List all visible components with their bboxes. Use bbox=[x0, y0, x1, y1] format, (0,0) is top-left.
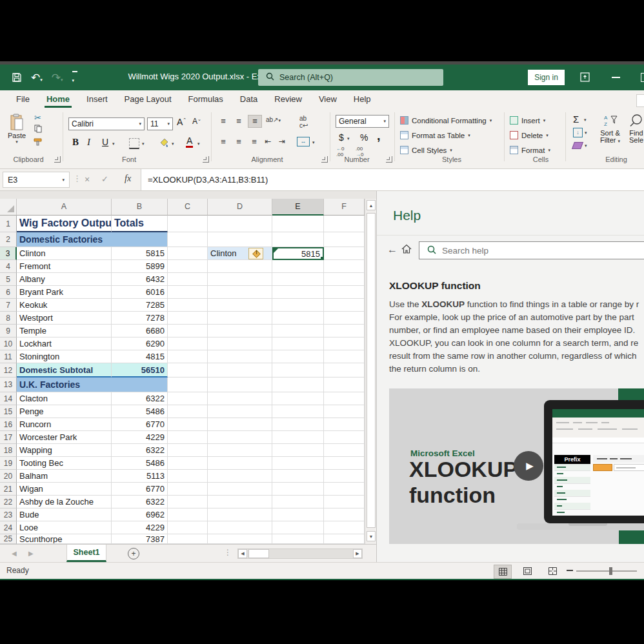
cell[interactable] bbox=[168, 470, 208, 483]
cell[interactable] bbox=[208, 337, 272, 350]
alignment-dialog-launcher[interactable] bbox=[321, 156, 328, 163]
vertical-scroll-thumb[interactable] bbox=[367, 213, 376, 528]
font-color-icon[interactable]: A bbox=[186, 136, 193, 148]
cell[interactable]: Wigan bbox=[17, 483, 112, 496]
font-dialog-launcher[interactable] bbox=[203, 156, 209, 163]
cell[interactable] bbox=[324, 521, 365, 534]
cell[interactable]: Wapping bbox=[17, 444, 112, 457]
cell[interactable] bbox=[324, 496, 365, 508]
row-header-5[interactable]: 5 bbox=[0, 273, 17, 286]
normal-view-button[interactable] bbox=[494, 565, 512, 579]
column-header-b[interactable]: B bbox=[112, 199, 168, 216]
row-header-3[interactable]: 3 bbox=[0, 247, 17, 260]
cell[interactable] bbox=[168, 457, 208, 470]
cell[interactable] bbox=[324, 405, 365, 418]
currency-chevron-icon[interactable]: ▾ bbox=[347, 136, 350, 141]
decrease-indent-icon[interactable]: ⇤ bbox=[265, 137, 271, 146]
cell[interactable] bbox=[272, 350, 324, 363]
cell[interactable] bbox=[208, 405, 272, 418]
number-dialog-launcher[interactable] bbox=[386, 156, 392, 163]
cell[interactable] bbox=[168, 431, 208, 444]
cell[interactable] bbox=[208, 325, 272, 337]
maximize-button[interactable] bbox=[641, 73, 644, 82]
cell[interactable]: Fremont bbox=[17, 260, 112, 273]
cell[interactable] bbox=[324, 470, 365, 483]
cell[interactable] bbox=[272, 273, 324, 286]
cell[interactable]: Temple bbox=[17, 325, 112, 337]
cell[interactable] bbox=[272, 496, 324, 508]
row-header-22[interactable]: 22 bbox=[0, 496, 17, 508]
column-header-d[interactable]: D bbox=[208, 199, 272, 216]
align-bottom-icon[interactable]: ≡ bbox=[248, 115, 262, 128]
cell[interactable] bbox=[324, 260, 365, 273]
cell[interactable]: 6290 bbox=[112, 337, 168, 350]
cell[interactable] bbox=[208, 312, 272, 325]
row-header-6[interactable]: 6 bbox=[0, 286, 17, 299]
cell[interactable] bbox=[324, 286, 365, 299]
cell[interactable] bbox=[168, 325, 208, 337]
ribbon-display-options-icon[interactable] bbox=[580, 72, 590, 85]
cell[interactable] bbox=[208, 418, 272, 431]
cell[interactable] bbox=[324, 337, 365, 350]
cell[interactable]: 4229 bbox=[112, 431, 168, 444]
cell[interactable]: Wig Factory Output bbox=[17, 216, 112, 232]
enter-icon[interactable]: ✓ bbox=[101, 174, 108, 184]
zoom-out-icon[interactable] bbox=[567, 570, 573, 571]
bold-button[interactable]: B bbox=[72, 137, 79, 148]
row-header-25[interactable]: 25 bbox=[0, 534, 17, 544]
cell[interactable] bbox=[168, 363, 208, 377]
cell[interactable] bbox=[272, 377, 324, 392]
cell[interactable] bbox=[272, 534, 324, 544]
tab-review[interactable]: Review bbox=[266, 90, 310, 108]
column-header-e[interactable]: E bbox=[272, 199, 324, 216]
cell[interactable] bbox=[208, 483, 272, 496]
cell[interactable]: 6770 bbox=[112, 483, 168, 496]
cell[interactable] bbox=[208, 216, 272, 232]
cell[interactable] bbox=[324, 325, 365, 337]
cell[interactable] bbox=[324, 483, 365, 496]
cell[interactable] bbox=[168, 216, 208, 232]
cell[interactable]: U.K. Factories bbox=[17, 377, 168, 392]
cell[interactable] bbox=[208, 457, 272, 470]
cancel-icon[interactable]: × bbox=[85, 174, 90, 185]
cell[interactable]: Totals bbox=[112, 216, 168, 232]
cell[interactable] bbox=[168, 337, 208, 350]
cell[interactable]: 56510 bbox=[112, 363, 168, 377]
cell[interactable] bbox=[324, 299, 365, 312]
zoom-slider-handle[interactable] bbox=[609, 567, 612, 575]
cell[interactable] bbox=[168, 483, 208, 496]
formula-input[interactable]: =XLOOKUP(D3,A3:A11,B3:B11) bbox=[141, 169, 644, 190]
font-name-combo[interactable]: Calibri▾ bbox=[68, 117, 145, 130]
clear-chevron-icon[interactable]: ▾ bbox=[585, 143, 587, 148]
cell-styles-button[interactable]: Cell Styles▾ bbox=[400, 143, 452, 157]
cell[interactable]: Runcorn bbox=[17, 418, 112, 431]
cell[interactable] bbox=[272, 216, 324, 232]
paste-button[interactable]: Paste ▾ bbox=[8, 114, 26, 145]
cell[interactable] bbox=[208, 299, 272, 312]
cell[interactable]: 6962 bbox=[112, 508, 168, 521]
cell[interactable] bbox=[324, 377, 365, 392]
tab-help[interactable]: Help bbox=[345, 90, 379, 108]
font-size-combo[interactable]: 11▾ bbox=[147, 117, 173, 130]
cell[interactable]: 6770 bbox=[112, 418, 168, 431]
cell[interactable]: Albany bbox=[17, 273, 112, 286]
orientation-icon[interactable]: ab↗▾ bbox=[266, 116, 281, 123]
horizontal-scroll-thumb[interactable] bbox=[248, 549, 269, 558]
format-painter-icon[interactable] bbox=[34, 137, 42, 148]
cell[interactable] bbox=[272, 457, 324, 470]
cell[interactable]: 5815 bbox=[112, 247, 168, 260]
cell[interactable] bbox=[168, 247, 208, 260]
cell[interactable] bbox=[324, 312, 365, 325]
cell[interactable]: Scunthorpe bbox=[17, 534, 112, 544]
cell-d3[interactable]: Clinton! bbox=[208, 247, 272, 260]
cell[interactable]: Clinton bbox=[17, 247, 112, 260]
sheet-tab-sheet1[interactable]: Sheet1 bbox=[66, 545, 106, 562]
home-icon[interactable] bbox=[401, 244, 412, 256]
row-header-20[interactable]: 20 bbox=[0, 470, 17, 483]
cell[interactable] bbox=[324, 363, 365, 377]
cell[interactable]: Bude bbox=[17, 508, 112, 521]
page-layout-view-button[interactable] bbox=[519, 565, 536, 578]
cell[interactable]: 7285 bbox=[112, 299, 168, 312]
underline-button[interactable]: U bbox=[102, 137, 108, 147]
prev-sheet-icon[interactable]: ◀ bbox=[12, 550, 17, 557]
